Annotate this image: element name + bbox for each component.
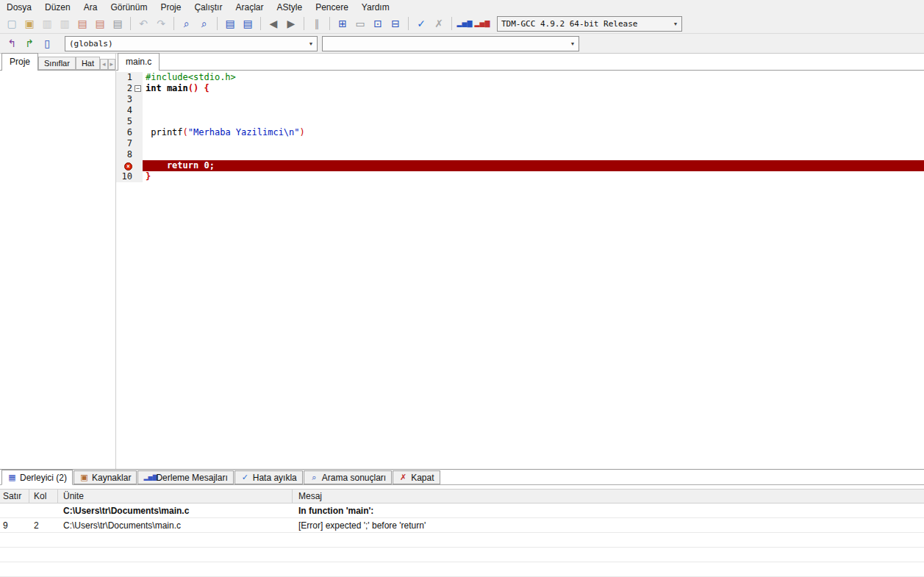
members-combo[interactable]: ▼ — [322, 36, 579, 51]
close-tab-icon: ✗ — [398, 473, 408, 482]
bottom-tab-kaynaklar[interactable]: ▣Kaynaklar — [74, 470, 137, 484]
compiler-combo[interactable]: TDM-GCC 4.9.2 64-bit Release ▼ — [497, 16, 682, 32]
goto-line-icon[interactable]: ▤ — [239, 15, 257, 32]
menu-item-gorunum[interactable]: Görünüm — [104, 1, 154, 14]
redo-icon[interactable]: ↷ — [152, 15, 170, 32]
line-number: 6 — [116, 127, 132, 138]
gutter-cell: 10 — [116, 171, 143, 182]
close-file-icon[interactable]: ▤ — [74, 15, 91, 32]
nav-back-icon[interactable]: ◀ — [265, 15, 282, 32]
close-all-icon[interactable]: ▤ — [91, 15, 109, 32]
save-icon[interactable]: ▥ — [38, 15, 56, 32]
nav-forward-icon[interactable]: ▶ — [282, 15, 300, 32]
bottom-tab-label: Hata ayıkla — [253, 473, 297, 483]
abort-icon[interactable]: ✗ — [430, 15, 448, 32]
gutter-cell: 6 — [116, 127, 143, 138]
column-header-kol: Kol — [29, 490, 58, 503]
compiler-message-row[interactable]: 92C:\Users\tr\Documents\main.c[Error] ex… — [0, 518, 924, 533]
menu-item-yardim[interactable]: Yardım — [355, 1, 396, 14]
fold-collapse-icon[interactable]: − — [135, 85, 141, 92]
code-line: × return 0; — [116, 160, 924, 171]
project-panel: ProjeSınıflarHat◂▸ — [0, 54, 116, 469]
menu-item-ara[interactable]: Ara — [77, 1, 104, 14]
cell-mesaj: [Error] expected ';' before 'return' — [293, 520, 924, 531]
project-tree[interactable] — [0, 71, 115, 469]
bottom-tab-label: Arama sonuçları — [322, 473, 386, 483]
compile-run-icon[interactable]: ⊡ — [369, 15, 387, 32]
bottom-tab-label: Derleme Mesajları — [156, 473, 227, 483]
code-text — [143, 138, 924, 149]
run-icon[interactable]: ▭ — [351, 15, 369, 32]
line-number: 8 — [116, 149, 132, 160]
main-toolbar-icons: ▢▣▥▥▤▤▤↶↷⌕⌕▤▤◀▶∥⊞▭⊡⊟✓✗▂▅▇▂▅▇ — [3, 15, 491, 32]
devcpp-window: DosyaDüzenAraGörünümProjeÇalıştırAraçlar… — [0, 0, 924, 577]
gutter-cell: 8 — [116, 149, 143, 160]
gutter-cell: 1 — [116, 72, 143, 83]
toolbar-separator — [173, 17, 174, 30]
code-line: 10} — [116, 171, 924, 182]
tab-scroll-right-icon[interactable]: ▸ — [108, 59, 116, 70]
compiler-tab-icon: ▦ — [7, 473, 17, 482]
tab-scroll-left-icon[interactable]: ◂ — [100, 59, 108, 70]
fold-gutter-empty — [132, 149, 143, 160]
goto-symbol-icon[interactable]: ▯ — [38, 35, 56, 51]
profile-delete-icon[interactable]: ▂▅▇ — [473, 15, 491, 32]
toolbar-separator — [130, 17, 131, 30]
print-icon[interactable]: ▤ — [109, 15, 126, 32]
compiler-message-row[interactable]: C:\Users\tr\Documents\main.cIn function … — [0, 503, 924, 518]
line-number: 3 — [116, 94, 132, 105]
tab-siniflar[interactable]: Sınıflar — [38, 57, 76, 70]
tab-hat[interactable]: Hat — [76, 57, 100, 70]
menu-item-proje[interactable]: Proje — [154, 1, 187, 14]
bottom-tab-hata-ayikla[interactable]: ✓Hata ayıkla — [234, 470, 303, 484]
gutter-cell: 4 — [116, 105, 143, 116]
profile-icon[interactable]: ▂▅▇ — [456, 15, 473, 32]
bottom-tab-kapat[interactable]: ✗Kapat — [393, 470, 440, 484]
menu-item-duzen[interactable]: Düzen — [38, 1, 77, 14]
cell-kol: 2 — [29, 520, 58, 531]
code-token: ) — [300, 127, 305, 137]
bottom-tab-arama-sonuclari[interactable]: ⌕Arama sonuçları — [304, 470, 392, 484]
bottom-tab-derleme-mesajlari[interactable]: ▂▅▇Derleme Mesajları — [137, 470, 233, 484]
code-line: 8 — [116, 149, 924, 160]
replace-icon[interactable]: ▤ — [221, 15, 239, 32]
cell-satir: 9 — [0, 520, 29, 531]
pause-icon[interactable]: ∥ — [308, 15, 326, 32]
column-header-unite: Ünite — [58, 490, 293, 503]
code-editor[interactable]: 1#include<stdio.h>2−int main() {3456 pri… — [116, 71, 924, 469]
globals-combo[interactable]: (globals) ▼ — [65, 36, 318, 51]
tab-proje[interactable]: Proje — [1, 53, 38, 71]
code-line: 5 — [116, 116, 924, 127]
tab-main-c[interactable]: main.c — [118, 53, 160, 71]
code-token: printf — [146, 127, 183, 137]
menu-item-araclar[interactable]: Araçlar — [229, 1, 270, 14]
cell-mesaj: In function 'main': — [293, 506, 924, 516]
cell-unite: C:\Users\tr\Documents\main.c — [58, 506, 293, 516]
open-file-icon[interactable]: ▣ — [21, 15, 38, 32]
menu-item-pencere[interactable]: Pencere — [309, 1, 355, 14]
find-icon[interactable]: ⌕ — [178, 15, 196, 32]
save-all-icon[interactable]: ▥ — [56, 15, 74, 32]
undo-icon[interactable]: ↶ — [135, 15, 152, 32]
toolbar-separator — [217, 17, 218, 30]
bottom-tab-derleyici-2[interactable]: ▦Derleyici (2) — [1, 470, 73, 485]
toolbar-separator — [451, 17, 452, 30]
line-number: 5 — [116, 116, 132, 127]
compile-icon[interactable]: ⊞ — [334, 15, 351, 32]
code-line: 4 — [116, 105, 924, 116]
file-forward-icon[interactable]: ↱ — [21, 35, 38, 51]
new-file-icon[interactable]: ▢ — [3, 15, 21, 32]
menu-item-calistir[interactable]: Çalıştır — [187, 1, 229, 14]
fold-gutter-empty — [132, 94, 143, 105]
code-text: } — [143, 171, 924, 182]
debug-check-icon[interactable]: ✓ — [412, 15, 430, 32]
rebuild-all-icon[interactable]: ⊟ — [387, 15, 404, 32]
code-token: #include<stdio.h> — [146, 72, 236, 82]
code-token: "Merhaba Yazilimci\n" — [188, 127, 300, 137]
menu-item-dosya[interactable]: Dosya — [0, 1, 38, 14]
menu-item-astyle[interactable]: AStyle — [270, 1, 309, 14]
code-line: 6 printf("Merhaba Yazilimci\n") — [116, 127, 924, 138]
find-in-files-icon[interactable]: ⌕ — [196, 15, 213, 32]
file-back-icon[interactable]: ↰ — [3, 35, 21, 51]
code-text — [143, 105, 924, 116]
